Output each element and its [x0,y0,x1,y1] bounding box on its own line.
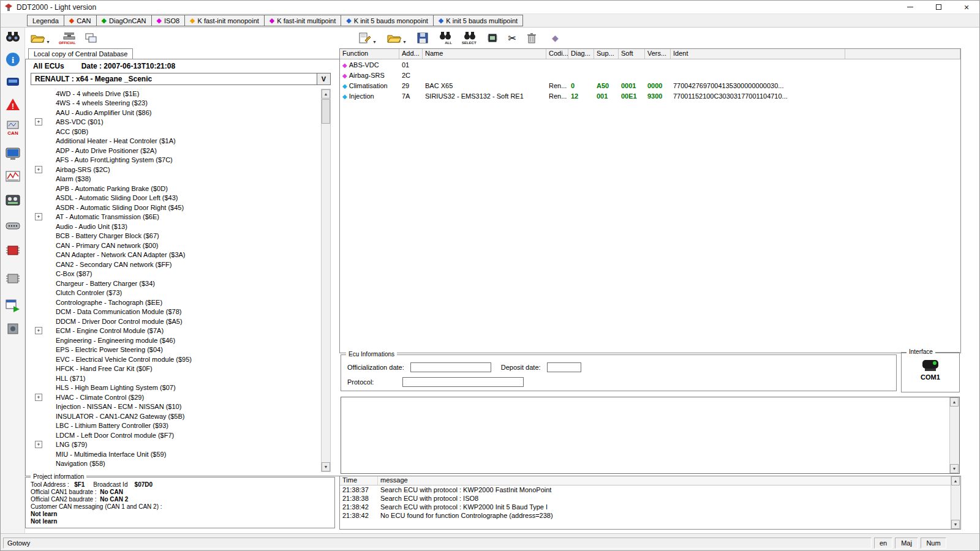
official-database-button[interactable]: OFFICIAL [59,31,76,45]
connector-icon[interactable] [4,217,21,234]
tree-item[interactable]: +Audio - Audio Unit ($13) [31,222,321,231]
output-console[interactable]: ▲ ▼ [341,397,960,474]
deposit-date-input[interactable] [547,362,581,372]
column-header[interactable]: Function [340,49,399,59]
tree-item[interactable]: +LBC - Lithium Battery Controller ($93) [31,421,321,431]
protocol-tab[interactable]: Legenda [27,15,64,26]
protocol-tab[interactable]: ◆ISO8 [151,15,186,26]
protocol-input[interactable] [402,377,524,387]
tree-item[interactable]: +CAN Adapter - Network CAN Adapter ($3A) [31,250,321,260]
scroll-down-icon[interactable]: ▼ [951,520,960,529]
info-icon[interactable]: i [4,51,21,68]
edit-document-button[interactable]: ▼ [358,32,377,44]
column-header[interactable]: Ident [671,49,845,59]
tree-scrollbar[interactable]: ▲ ▼ [321,89,331,472]
log-scrollbar[interactable]: ▲ ▼ [951,476,960,529]
tree-item[interactable]: +Alarm ($38) [31,174,321,184]
minimize-button[interactable] [896,1,924,13]
warning-icon[interactable]: ! [4,96,21,113]
maximize-button[interactable] [924,1,952,13]
tree-item[interactable]: +LDCM - Left Door Control module ($F7) [31,430,321,440]
tree-item[interactable]: +C-Box ($87) [31,269,321,279]
tree-item[interactable]: +Clutch Controler ($73) [31,288,321,298]
open-file-button[interactable]: ▼ [386,32,407,44]
vehicle-icon[interactable] [4,73,21,90]
tree-expand-icon[interactable]: + [35,441,42,448]
cards-view-button[interactable] [85,32,98,43]
tree-item[interactable]: +ACC ($0B) [31,127,321,137]
vehicle-selector[interactable]: RENAULT : x64 - Megane _Scenic V [31,73,331,85]
console-scrollbar[interactable]: ▲ ▼ [949,397,959,473]
tree-item[interactable]: +INSULATOR - CAN1-CAN2 Gateway ($5B) [31,411,321,421]
tree-scrollbar-thumb[interactable] [322,99,330,124]
scroll-down-icon[interactable]: ▼ [950,464,959,473]
binoculars-icon[interactable] [4,28,21,45]
eeprom-gray-icon[interactable] [4,270,21,287]
cut-button[interactable]: ✂ [508,32,516,44]
column-header[interactable]: Add... [399,49,423,59]
search-all-button[interactable]: ALL [439,31,452,45]
log-column-message[interactable]: message [378,476,960,485]
column-header[interactable]: Diag... [568,49,594,59]
tree-item[interactable]: +Airbag-SRS ($2C) [31,165,321,174]
ecu-table-row[interactable]: ◆ABS-VDC01 [340,59,960,70]
instrument-panel-icon[interactable] [4,192,21,209]
tree-expand-icon[interactable]: + [35,394,42,401]
tree-item[interactable]: +LNG ($79) [31,440,321,450]
tree-item[interactable]: +ECM - Engine Control Module ($7A) [31,326,321,336]
tree-item[interactable]: +AFS - Auto FrontLighting System ($7C) [31,156,321,165]
tree-item[interactable]: +Injection - NISSAN - ECM - NISSAN ($10) [31,402,321,412]
tree-item[interactable]: +Additional Heater - Heat Controler ($1A… [31,137,321,146]
tree-expand-icon[interactable]: + [35,166,42,173]
tree-item[interactable]: +BCB - Battery Charger Block ($67) [31,231,321,241]
protocol-tab[interactable]: ◆K init 5 bauds multipoint [433,15,523,26]
tree-item[interactable]: +CAN - Primary CAN network ($00) [31,241,321,250]
scroll-up-icon[interactable]: ▲ [950,397,959,407]
vehicle-selector-dropdown-icon[interactable]: V [317,73,330,84]
scroll-up-icon[interactable]: ▲ [322,89,330,99]
tree-item[interactable]: +EVC - Electrical Vehicle Control module… [31,354,321,364]
tree-item[interactable]: +MIU - Multimedia Interface Unit ($59) [31,449,321,459]
delete-button[interactable] [526,32,537,44]
officialization-date-input[interactable] [410,362,491,372]
tree-item[interactable]: +4WS - 4 wheels Steering ($23) [31,99,321,108]
tree-item[interactable]: +HLL ($71) [31,373,321,383]
tree-item[interactable]: +AT - Automatic Transmission ($6E) [31,212,321,222]
tree-item[interactable]: +DCM - Data Communication Module ($78) [31,307,321,317]
memory-read-button[interactable] [486,32,499,43]
scroll-up-icon[interactable]: ▲ [951,476,960,485]
tree-item[interactable]: +HLS - High Beam Lighting System ($07) [31,383,321,393]
protocol-tab[interactable]: ◆K fast-init monopoint [184,15,265,26]
tree-expand-icon[interactable]: + [35,327,42,334]
ecu-table-row[interactable]: ◆Injection7ASIRIUS32 - EMS3132 - Soft RE… [340,91,960,101]
open-project-button[interactable]: ▼ [30,32,50,44]
protocol-tab[interactable]: ◆DiagOnCAN [96,15,152,26]
tree-item[interactable]: +APB - Automatic Parking Brake ($0D) [31,184,321,193]
eeprom-red-icon[interactable] [4,242,21,259]
tree-item[interactable]: +ABS-VDC ($01) [31,118,321,127]
save-button[interactable] [417,32,429,44]
graph-icon[interactable] [4,168,21,186]
tree-item[interactable]: +CAN2 - Secondary CAN network ($FF) [31,260,321,269]
tree-item[interactable]: +ASDL - Automatic Sliding Door Left ($43… [31,193,321,203]
can-monitor-icon[interactable]: CAN [4,119,21,137]
tree-item[interactable]: +4WD - 4 wheels Drive ($1E) [31,89,321,99]
tree-item[interactable]: +HFCK - Hand Free Car Kit ($0F) [31,364,321,374]
protocol-tab[interactable]: ◆K fast-init multipoint [264,15,341,26]
log-column-time[interactable]: Time [340,476,378,485]
column-header[interactable]: Codi... [546,49,568,59]
tree-expand-icon[interactable]: + [35,118,42,126]
tree-item[interactable]: +Chargeur - Battery Charger ($34) [31,279,321,288]
column-header[interactable]: Vers... [645,49,671,59]
tree-item[interactable]: +HVAC - Climate Control ($29) [31,392,321,402]
tree-item[interactable]: +Controlographe - Tachograph ($EE) [31,298,321,307]
protocol-status-button[interactable]: ◆ [552,33,559,43]
tree-item[interactable]: +DDCM - Driver Door Control module ($A5) [31,317,321,326]
column-header[interactable]: Soft [619,49,645,59]
ecu-table-row[interactable]: ◆Airbag-SRS2C [340,70,960,80]
scroll-down-icon[interactable]: ▼ [322,462,330,471]
tree-item[interactable]: +Engineering - Engineering module ($46) [31,335,321,345]
tree-item[interactable]: +ADP - Auto Drive Positioner ($2A) [31,146,321,156]
ecu-table-row[interactable]: ◆Climatisation29BAC X65Ren...0A500001000… [340,80,960,91]
protocol-tab[interactable]: ◆CAN [64,15,97,26]
